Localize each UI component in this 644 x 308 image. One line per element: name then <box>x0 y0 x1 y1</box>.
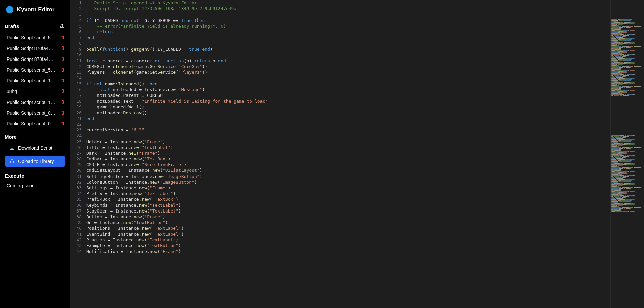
minimap-line <box>611 207 643 208</box>
line-number: 25 <box>70 139 82 145</box>
code-line[interactable]: Keybinds = Instance.new("TextLabel") <box>86 202 610 208</box>
export-button[interactable] <box>59 23 65 29</box>
minimap-line <box>611 132 643 132</box>
draft-item[interactable]: Public Script script_127... <box>0 97 70 108</box>
code-line[interactable]: CMDsF = Instance.new("ScrollingFrame") <box>86 162 610 167</box>
trash-icon[interactable] <box>61 35 65 40</box>
draft-item[interactable]: Public Script script_0b... <box>0 108 70 118</box>
trash-icon[interactable] <box>61 57 65 62</box>
minimap-line <box>611 126 643 126</box>
code-line[interactable]: -- error("Infinite Yield is already runn… <box>86 23 610 29</box>
code-line[interactable] <box>86 11 610 17</box>
minimap-line <box>611 26 643 27</box>
code-line[interactable] <box>86 40 610 46</box>
code-line[interactable]: Settings = Instance.new("Frame") <box>86 185 610 191</box>
trash-icon[interactable] <box>61 68 65 72</box>
draft-item[interactable]: Public Script script_0b... <box>0 118 70 129</box>
code-line[interactable]: Cmdbar = Instance.new("TextBox") <box>86 156 610 162</box>
line-number: 15 <box>70 81 82 87</box>
code-line[interactable]: PrefixBox = Instance.new("TextBox") <box>86 196 610 202</box>
app-logo[interactable]: Kyvorn Editor <box>0 0 70 20</box>
code-line[interactable]: Title = Instance.new("TextLabel") <box>86 145 610 150</box>
minimap-line <box>611 203 643 204</box>
trash-icon[interactable] <box>61 121 65 126</box>
code-line[interactable]: Holder = Instance.new("Frame") <box>86 139 610 145</box>
minimap-line <box>611 62 643 63</box>
code-line[interactable]: local notLoaded = Instance.new("Message"… <box>86 87 610 92</box>
minimap-line <box>611 241 643 241</box>
trash-icon[interactable] <box>61 100 65 105</box>
draft-item[interactable]: Public Script script_5c... <box>0 65 70 75</box>
download-script-button[interactable]: Download Script <box>5 143 65 153</box>
code-line[interactable]: local cloneref = cloneref or function(o)… <box>86 58 610 64</box>
trash-icon[interactable] <box>61 78 65 83</box>
code-line[interactable]: Dark = Instance.new("Frame") <box>86 150 610 156</box>
code-line[interactable] <box>86 52 610 58</box>
minimap-line <box>611 113 643 113</box>
draft-item[interactable]: Public Script 870fa428... <box>0 54 70 65</box>
code-line[interactable]: notLoaded.Parent = COREGUI <box>86 92 610 98</box>
code-line[interactable]: end <box>86 35 610 40</box>
minimap-line <box>611 226 643 226</box>
code-line[interactable]: StayOpen = Instance.new("TextLabel") <box>86 208 610 214</box>
code-content[interactable]: -- Public Script opened with Kyvorn Edit… <box>86 0 610 308</box>
code-line[interactable]: end <box>86 116 610 121</box>
minimap[interactable] <box>610 0 644 308</box>
code-line[interactable]: cmdListLayout = Instance.new("UIListLayo… <box>86 167 610 173</box>
minimap-line <box>611 24 643 25</box>
code-line[interactable]: SettingsButton = Instance.new("ImageButt… <box>86 174 610 179</box>
line-gutter: 1234567891011121314151617181920212223242… <box>70 0 86 308</box>
minimap-line <box>611 93 643 94</box>
code-line[interactable]: -- Script ID: script_1273c506-108a-4849-… <box>86 6 610 11</box>
app-title: Kyvorn Editor <box>17 6 54 13</box>
code-line[interactable]: if not game:IsLoaded() then <box>86 81 610 87</box>
minimap-line <box>611 139 643 140</box>
code-line[interactable] <box>86 121 610 127</box>
code-line[interactable] <box>86 133 610 139</box>
line-number: 27 <box>70 150 82 156</box>
code-line[interactable] <box>86 75 610 81</box>
minimap-line <box>611 100 643 100</box>
draft-item[interactable]: Public Script 870fa428... <box>0 43 70 54</box>
minimap-line <box>611 160 643 161</box>
trash-icon[interactable] <box>61 46 65 51</box>
draft-item[interactable]: Public Script script_127... <box>0 75 70 86</box>
code-line[interactable]: notLoaded:Destroy() <box>86 110 610 116</box>
code-line[interactable]: notLoaded.Text = "Infinite Yield is wait… <box>86 98 610 104</box>
code-line[interactable]: Example = Instance.new("TextButton") <box>86 243 610 248</box>
minimap-line <box>611 80 643 81</box>
trash-icon[interactable] <box>61 89 65 94</box>
code-line[interactable]: On = Instance.new("TextButton") <box>86 220 610 225</box>
code-line[interactable]: -- Public Script opened with Kyvorn Edit… <box>86 0 610 6</box>
code-line[interactable]: COREGUI = cloneref(game:GetService("Core… <box>86 64 610 69</box>
minimap-line <box>611 118 643 118</box>
code-line[interactable]: Notification = Instance.new("Frame") <box>86 248 610 254</box>
code-line[interactable]: Positions = Instance.new("TextLabel") <box>86 225 610 231</box>
code-line[interactable]: Players = cloneref(game:GetService("Play… <box>86 69 610 75</box>
line-number: 4 <box>70 17 82 23</box>
upload-library-button[interactable]: Upload to Library <box>5 156 65 167</box>
code-editor[interactable]: 1234567891011121314151617181920212223242… <box>70 0 644 308</box>
code-line[interactable]: pcall(function() getgenv().IY_LOADED = t… <box>86 46 610 52</box>
code-line[interactable]: Prefix = Instance.new("TextLabel") <box>86 191 610 196</box>
code-line[interactable]: Plugins = Instance.new("TextLabel") <box>86 237 610 243</box>
minimap-line <box>611 173 643 174</box>
code-line[interactable]: return <box>86 29 610 35</box>
minimap-line <box>611 162 643 163</box>
minimap-line <box>611 44 643 45</box>
code-line[interactable]: if IY_LOADED and not _G.IY_DEBUG == true… <box>86 17 610 23</box>
minimap-line <box>611 147 643 148</box>
minimap-line <box>611 43 643 44</box>
minimap-line <box>611 49 643 50</box>
code-line[interactable]: EventBind = Instance.new("TextLabel") <box>86 231 610 237</box>
minimap-line <box>611 176 643 177</box>
code-line[interactable]: Button = Instance.new("Frame") <box>86 214 610 220</box>
draft-item[interactable]: Public Script script_5c... <box>0 32 70 43</box>
code-line[interactable]: ColorsButton = Instance.new("ImageButton… <box>86 179 610 185</box>
draft-item[interactable]: u8hg <box>0 86 70 97</box>
code-line[interactable]: game.Loaded:Wait() <box>86 104 610 110</box>
trash-icon[interactable] <box>61 111 65 115</box>
code-line[interactable]: currentVersion = "6.2" <box>86 127 610 133</box>
minimap-line <box>611 129 643 129</box>
new-draft-button[interactable] <box>49 23 55 29</box>
